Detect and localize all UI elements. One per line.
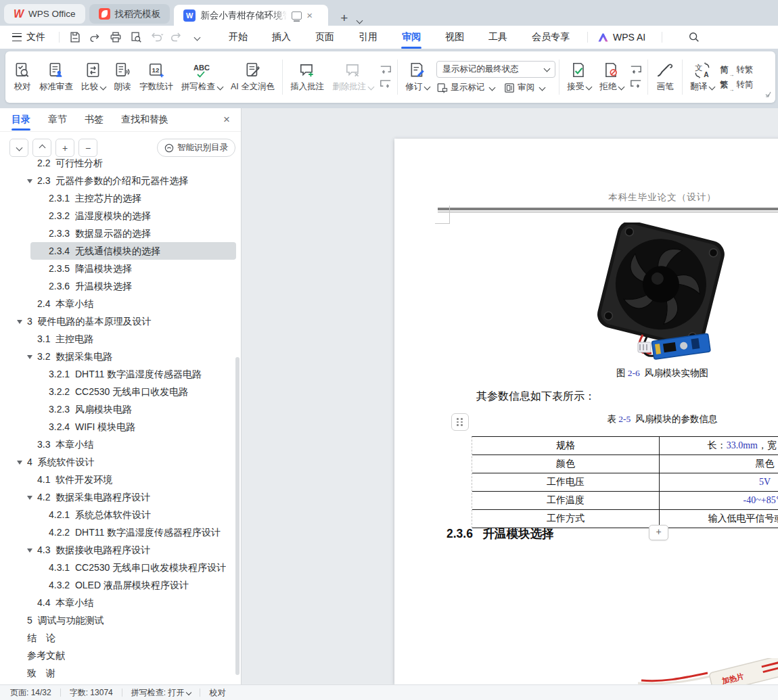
translate-button[interactable]: 文A 翻译	[686, 59, 718, 95]
toc-collapse-arrow-icon[interactable]	[27, 541, 37, 559]
export-icon	[89, 30, 102, 44]
tab-page[interactable]: 页面	[303, 26, 346, 49]
proofread-button[interactable]: 校对	[9, 59, 35, 95]
toc-item[interactable]: 3.3 本章小结	[0, 436, 241, 453]
sidebar-tab-chapter[interactable]: 章节	[48, 109, 67, 131]
ink-brush-button[interactable]: 画笔	[651, 59, 679, 95]
ai-polish-button[interactable]: AI 全文润色	[227, 59, 279, 95]
to-simplified-button[interactable]: 繁 转简	[720, 79, 753, 91]
toc-item[interactable]: 3.2.4 WIFI 模块电路	[0, 418, 241, 436]
undo-button[interactable]	[146, 28, 166, 46]
toc-item[interactable]: 4.2.1 系统总体软件设计	[0, 506, 241, 523]
toc-item[interactable]: 2.3.1 主控芯片的选择	[0, 189, 241, 207]
ribbon-collapse-icon[interactable]	[764, 88, 771, 100]
toc-item[interactable]: 4.1 软件开发环境	[0, 471, 241, 488]
sidebar-tab-find-replace[interactable]: 查找和替换	[121, 109, 168, 131]
tab-member[interactable]: 会员专享	[520, 26, 582, 49]
save-button[interactable]	[65, 28, 85, 46]
tab-list-chevron-icon[interactable]	[357, 18, 363, 24]
tab-reference[interactable]: 引用	[346, 26, 390, 49]
toc-item[interactable]: 2.3.2 温湿度模块的选择	[0, 207, 241, 225]
toc-item[interactable]: 4.2 数据采集电路程序设计	[0, 488, 241, 506]
search-button[interactable]	[684, 28, 704, 46]
file-menu[interactable]: 文件	[26, 31, 45, 43]
toc-item[interactable]: 3.2.1 DHT11 数字温湿度传感器电路	[0, 365, 241, 383]
delete-comment-button[interactable]: 删除批注	[328, 59, 377, 95]
reject-revision-button[interactable]: 拒绝	[595, 59, 628, 95]
toc-item[interactable]: 4.3 数据接收电路程序设计	[0, 541, 241, 559]
toc-item[interactable]: 2.4 本章小结	[0, 295, 241, 312]
toc-collapse-arrow-icon[interactable]	[17, 312, 27, 330]
markup-state-dropdown[interactable]: 显示标记的最终状态	[436, 61, 555, 78]
toc-item[interactable]: 2.3.3 数据显示器的选择	[0, 225, 241, 242]
toc-item[interactable]: 2.3.6 升温模块选择	[0, 277, 241, 295]
toc-item[interactable]: 致 谢	[0, 664, 241, 682]
to-traditional-button[interactable]: 简 转繁	[720, 64, 753, 76]
sidebar-scrollbar[interactable]	[235, 357, 239, 675]
compare-button[interactable]: 比较	[77, 59, 110, 95]
tab-insert[interactable]: 插入	[260, 26, 303, 49]
next-revision-icon[interactable]	[630, 79, 642, 89]
standard-review-button[interactable]: 标准审查	[35, 59, 77, 95]
toc-item[interactable]: 2.3 元器件参数的介绍和元器件选择	[0, 172, 241, 189]
toolbar-more-chevron[interactable]	[187, 28, 207, 46]
close-tab-icon[interactable]: ×	[306, 10, 313, 20]
tab-wps-office[interactable]: W WPS Office	[4, 4, 85, 24]
read-aloud-button[interactable]: 朗读	[110, 59, 135, 95]
proofread-status[interactable]: 校对	[209, 687, 225, 699]
redo-button[interactable]	[166, 28, 187, 46]
word-count-indicator[interactable]: 字数: 13074	[70, 687, 113, 699]
detach-window-icon[interactable]	[292, 11, 302, 20]
toc-item[interactable]: 5 调试与功能测试	[0, 611, 241, 629]
toc-item[interactable]: 3.2.2 CC2530 无线串口收发电路	[0, 383, 241, 400]
document-page[interactable]: 本科生毕业论文（设计）	[394, 139, 778, 684]
toc-item[interactable]: 3.2.3 风扇模块电路	[0, 400, 241, 418]
tab-tools[interactable]: 工具	[476, 26, 520, 49]
toc-item[interactable]: 2.3.4 无线通信模块的选择	[0, 242, 241, 260]
show-markup-button[interactable]: 显示标记	[436, 82, 495, 93]
sidebar-tab-toc[interactable]: 目录	[12, 109, 30, 131]
toc-item[interactable]: 4.3.2 OLED 液晶屏模块程序设计	[0, 576, 241, 594]
toc-collapse-arrow-icon[interactable]	[27, 348, 37, 365]
toc-item[interactable]: 参考文献	[0, 647, 241, 664]
print-preview-button[interactable]	[126, 28, 146, 46]
new-tab-button[interactable]: +	[338, 11, 350, 26]
insert-comment-button[interactable]: 插入批注	[286, 59, 328, 95]
next-comment-icon[interactable]	[380, 79, 392, 89]
spell-check-button[interactable]: ABC 拼写检查	[177, 59, 227, 95]
export-button[interactable]	[85, 28, 106, 46]
accept-revision-button[interactable]: 接受	[563, 59, 595, 95]
toc-item[interactable]: 4.2.2 DHT11 数字温湿度传感器程序设计	[0, 523, 241, 541]
previous-comment-icon[interactable]	[380, 65, 392, 75]
spellcheck-indicator[interactable]: 拼写检查: 打开	[131, 687, 191, 699]
sidebar-close-icon[interactable]: ×	[223, 113, 230, 126]
toc-item[interactable]: 4.3.1 CC2530 无线串口收发模块程序设计	[0, 559, 241, 576]
toc-item[interactable]: 4 系统软件设计	[0, 453, 241, 471]
table-move-handle[interactable]	[451, 413, 469, 431]
print-button[interactable]	[106, 28, 126, 46]
track-changes-button[interactable]: 修订	[401, 59, 434, 95]
wps-ai-button[interactable]: WPS AI	[597, 32, 645, 43]
toc-item[interactable]: 4.4 本章小结	[0, 594, 241, 611]
tab-view[interactable]: 视图	[433, 26, 476, 49]
word-count-button[interactable]: 12 字数统计	[135, 59, 177, 95]
toc-collapse-arrow-icon[interactable]	[27, 488, 37, 506]
tab-home[interactable]: 开始	[216, 26, 260, 49]
table-add-row-button[interactable]: +	[649, 525, 668, 540]
tab-docer[interactable]: 找稻壳模板	[89, 4, 170, 24]
toc-item[interactable]: 结 论	[0, 629, 241, 647]
toc-item[interactable]: 3.1 主控电路	[0, 330, 241, 348]
toc-collapse-arrow-icon[interactable]	[17, 453, 27, 471]
toc-item[interactable]: 2.3.5 降温模块选择	[0, 260, 241, 277]
toc-item[interactable]: 2.2 可行性分析	[0, 154, 241, 172]
tab-document[interactable]: W 新会小青柑存储环境智能监控 ×	[174, 5, 328, 26]
hamburger-icon[interactable]	[12, 33, 22, 41]
toc-collapse-arrow-icon[interactable]	[27, 172, 37, 189]
sidebar-tab-bookmark[interactable]: 书签	[85, 109, 104, 131]
review-panel-button[interactable]: 审阅	[504, 82, 545, 93]
toc-item[interactable]: 3 硬件电路的基本原理及设计	[0, 312, 241, 330]
page-indicator[interactable]: 页面: 14/32	[10, 687, 51, 699]
previous-revision-icon[interactable]	[630, 65, 642, 75]
toc-item[interactable]: 3.2 数据采集电路	[0, 348, 241, 365]
tab-review[interactable]: 审阅	[390, 26, 433, 49]
